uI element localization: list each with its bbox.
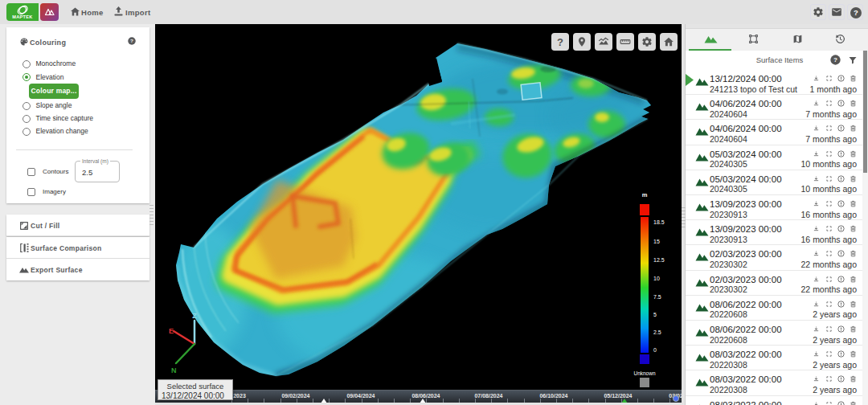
- svg-text:MAPTEK: MAPTEK: [12, 14, 32, 19]
- svg-text:N: N: [171, 366, 177, 374]
- svg-text:0: 0: [653, 347, 657, 353]
- svg-text:15: 15: [653, 239, 660, 244]
- svg-text:E: E: [169, 327, 174, 335]
- svg-text:Unknown: Unknown: [633, 370, 655, 376]
- svg-text:?: ?: [130, 38, 133, 43]
- svg-text:?: ?: [833, 56, 837, 63]
- svg-text:?: ?: [854, 8, 858, 17]
- svg-text:?: ?: [557, 36, 563, 47]
- svg-text:Z: Z: [192, 312, 197, 320]
- svg-text:18.5: 18.5: [653, 219, 665, 225]
- svg-text:7.5: 7.5: [653, 294, 661, 300]
- svg-text:m: m: [642, 191, 648, 198]
- svg-text:2.5: 2.5: [653, 329, 661, 335]
- svg-text:12.5: 12.5: [653, 257, 665, 263]
- svg-text:5: 5: [653, 312, 657, 317]
- svg-text:10: 10: [653, 276, 660, 281]
